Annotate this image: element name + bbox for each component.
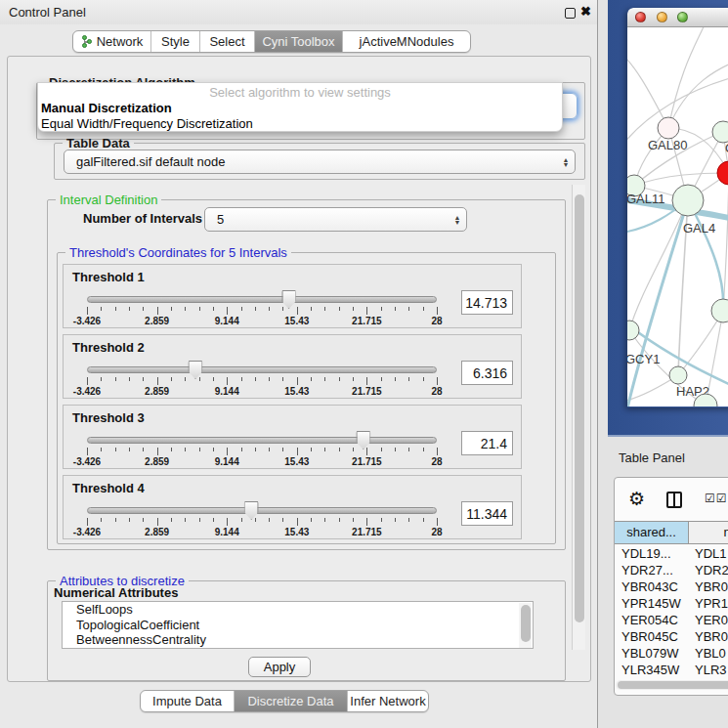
network-node-gcy1[interactable] xyxy=(627,321,639,340)
number-of-intervals-combobox[interactable]: 5 ▲▼ xyxy=(204,207,467,232)
column-header-name[interactable]: n xyxy=(689,522,728,543)
cell-name[interactable]: YER0 xyxy=(689,612,728,628)
table-toolbar: ⚙ ☑☑ xyxy=(615,478,728,521)
cell-name[interactable]: YBR0 xyxy=(689,578,728,595)
dropdown-option[interactable]: Manual Discretization xyxy=(38,101,562,116)
slider-track[interactable] xyxy=(87,507,437,514)
slider-ticks xyxy=(87,377,437,386)
table-row[interactable]: YPR145WYPR1 xyxy=(615,595,728,612)
attribute-items: SelfLoopsTopologicalCoefficientBetweenne… xyxy=(63,602,533,648)
threshold-slider[interactable]: -3.4262.8599.14415.4321.71528 xyxy=(87,363,437,396)
close-icon[interactable]: ✖ xyxy=(580,4,591,19)
cell-shared-name[interactable]: YPR145W xyxy=(615,595,689,612)
threshold-slider[interactable]: -3.4262.8599.14415.4321.71528 xyxy=(87,503,437,536)
table-row[interactable]: YER054CYER0 xyxy=(615,612,728,628)
threshold-value-field[interactable]: 21.4 xyxy=(461,431,513,455)
table-row[interactable]: YBR045CYBR0 xyxy=(615,628,728,645)
cell-shared-name[interactable]: YLR345W xyxy=(615,662,689,678)
node-label-gal4: GAL4 xyxy=(683,221,715,236)
cell-shared-name[interactable]: YBR045C xyxy=(615,628,689,645)
attribute-list-item[interactable]: BetweennessCentrality xyxy=(63,632,533,648)
table-horizontal-scrollbar[interactable] xyxy=(616,680,728,690)
slider-ticks xyxy=(87,518,437,527)
float-window-icon[interactable] xyxy=(565,8,576,19)
threshold-value-field[interactable]: 6.316 xyxy=(461,361,513,385)
network-node-ga[interactable] xyxy=(712,121,728,143)
network-desktop-background: GAL80GACGAL11GAL4GCY1HHAP2 xyxy=(608,0,728,437)
gear-icon[interactable]: ⚙ xyxy=(628,490,645,508)
tab-infer-network[interactable]: Infer Network xyxy=(348,691,428,711)
threshold-slider[interactable]: -3.4262.8599.14415.4321.71528 xyxy=(87,292,437,325)
network-canvas[interactable]: GAL80GACGAL11GAL4GCY1HHAP2 xyxy=(627,27,728,407)
threshold-slider[interactable]: -3.4262.8599.14415.4321.71528 xyxy=(87,433,437,466)
cell-name[interactable]: YDL1 xyxy=(689,545,728,562)
table-row[interactable]: YDR27...YDR2 xyxy=(615,562,728,578)
cell-shared-name[interactable]: YBR043C xyxy=(615,578,689,595)
cell-name[interactable]: YLR3 xyxy=(689,662,728,678)
cell-shared-name[interactable]: YBL079W xyxy=(615,645,689,662)
attributes-scrollbar[interactable] xyxy=(519,603,532,649)
threshold-label: Threshold 2 xyxy=(72,340,145,355)
slider-track[interactable] xyxy=(87,437,437,444)
slider-track[interactable] xyxy=(87,366,437,373)
cell-name[interactable]: YBR0 xyxy=(689,628,728,645)
tab-label: Select xyxy=(209,34,244,49)
network-edge[interactable] xyxy=(627,55,668,128)
cell-name[interactable]: YPR1 xyxy=(689,595,728,612)
network-tab-icon xyxy=(81,35,93,48)
scrollbar-thumb[interactable] xyxy=(575,194,584,622)
column-layout-icon[interactable] xyxy=(666,492,682,508)
zoom-traffic-light[interactable] xyxy=(677,12,688,22)
node-label-gal80: GAL80 xyxy=(648,138,687,152)
table-row[interactable]: YDL19...YDL1 xyxy=(615,545,728,562)
network-node-hap2[interactable] xyxy=(669,366,687,384)
table-row[interactable]: YBL079WYBL0 xyxy=(615,645,728,662)
dropdown-hint-option[interactable]: Select algorithm to view settings xyxy=(38,85,562,101)
minimize-traffic-light[interactable] xyxy=(657,12,667,22)
numerical-attributes-list[interactable]: SelfLoopsTopologicalCoefficientBetweenne… xyxy=(62,601,534,649)
slider-scale-labels: -3.4262.8599.14415.4321.71528 xyxy=(87,386,437,397)
tab-cyni-toolbox[interactable]: Cyni Toolbox xyxy=(255,31,343,52)
column-header-shared-name[interactable]: shared... xyxy=(615,522,689,543)
network-node-gal4[interactable] xyxy=(672,185,704,216)
attribute-list-item[interactable]: TopologicalCoefficient xyxy=(63,618,533,633)
tab-style[interactable]: Style xyxy=(151,31,200,52)
table-row[interactable]: YBR043CYBR0 xyxy=(615,578,728,595)
network-view-window: GAL80GACGAL11GAL4GCY1HHAP2 xyxy=(627,8,728,407)
checkbox-filter-icons[interactable]: ☑☑ xyxy=(705,492,728,505)
apply-button[interactable]: Apply xyxy=(248,657,311,677)
dropdown-option[interactable]: Equal Width/Frequency Discretization xyxy=(38,116,562,132)
tab-network[interactable]: Network xyxy=(73,31,151,52)
cell-shared-name[interactable]: YER054C xyxy=(615,612,689,628)
tab-impute-data[interactable]: Impute Data xyxy=(141,691,235,711)
scrollbar-thumb[interactable] xyxy=(618,681,728,689)
threshold-value-field[interactable]: 11.344 xyxy=(461,501,513,526)
panel-vertical-scrollbar[interactable] xyxy=(572,185,585,650)
cell-shared-name[interactable]: YDL19... xyxy=(615,545,689,562)
slider-ticks xyxy=(87,448,437,456)
table-row[interactable]: YLR345WYLR3 xyxy=(615,662,728,678)
network-node-gal80[interactable] xyxy=(658,117,679,139)
network-node-c[interactable] xyxy=(717,161,728,185)
attribute-list-item[interactable]: SelfLoops xyxy=(63,602,533,618)
tab-discretize-data[interactable]: Discretize Data xyxy=(235,691,348,711)
node-label-gal11: GAL11 xyxy=(627,192,665,206)
node-label-gcy1: GCY1 xyxy=(627,352,660,366)
table-data-combobox[interactable]: galFiltered.sif default node ▲▼ xyxy=(64,150,576,174)
slider-track[interactable] xyxy=(87,296,437,303)
network-node-h[interactable] xyxy=(711,299,728,322)
table-header-row: shared... n xyxy=(615,521,728,544)
scrollbar-thumb[interactable] xyxy=(521,605,531,642)
tab-select[interactable]: Select xyxy=(200,31,255,52)
tab-jactivemnodules[interactable]: jActiveMNodules xyxy=(343,31,470,52)
network-edge[interactable] xyxy=(668,27,706,128)
close-traffic-light[interactable] xyxy=(635,12,646,22)
cell-name[interactable]: YDR2 xyxy=(689,562,728,578)
network-window-titlebar[interactable] xyxy=(627,8,728,27)
table-data-group-title: Table Data xyxy=(63,136,134,150)
threshold-value-field[interactable]: 14.713 xyxy=(461,290,513,315)
control-panel-tabs: NetworkStyleSelectCyni ToolboxjActiveMNo… xyxy=(72,30,471,53)
cell-shared-name[interactable]: YDR27... xyxy=(615,562,689,578)
cell-name[interactable]: YBL0 xyxy=(689,645,728,662)
network-edge[interactable] xyxy=(723,173,728,311)
